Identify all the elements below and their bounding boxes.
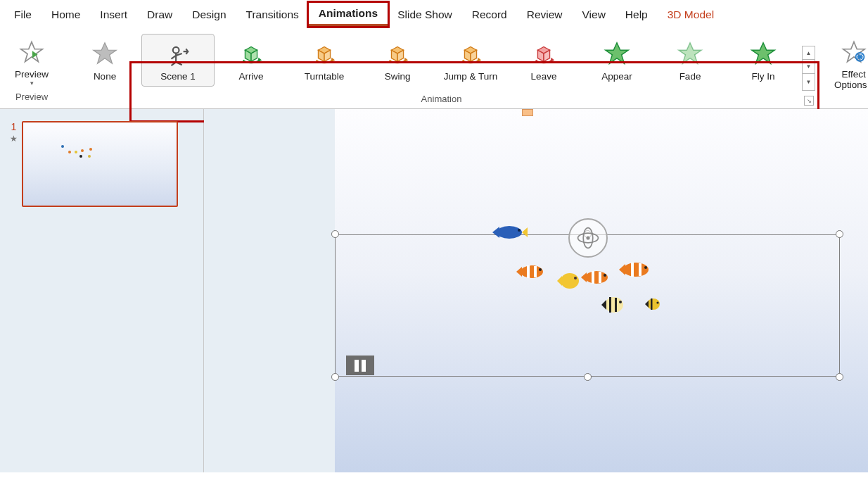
tab-file[interactable]: File	[4, 4, 42, 25]
tab-help[interactable]: Help	[615, 4, 658, 25]
slide-thumbnails-pane: 1 ★	[0, 109, 204, 472]
ruler-indent-marker[interactable]	[522, 109, 533, 116]
tab-draw[interactable]: Draw	[137, 4, 182, 25]
tab-animations[interactable]: Animations	[309, 3, 388, 26]
svg-rect-38	[534, 266, 537, 277]
svg-rect-51	[639, 263, 642, 276]
svg-point-2	[173, 47, 179, 54]
slide-canvas[interactable]	[335, 109, 868, 472]
fish-clown	[580, 268, 612, 287]
animation-turntable[interactable]: Turntable	[288, 34, 361, 87]
tab-review[interactable]: Review	[517, 4, 573, 25]
preview-button[interactable]: Preview ▾	[7, 33, 56, 89]
animation-fade[interactable]: Fade	[653, 34, 727, 87]
swing-icon	[383, 40, 411, 67]
gallery-scroll-up[interactable]: ▲	[802, 46, 815, 60]
animation-label: Turntable	[305, 71, 345, 82]
animation-appear[interactable]: Appear	[580, 34, 653, 87]
resize-handle[interactable]	[836, 230, 843, 238]
svg-marker-14	[404, 58, 409, 63]
animation-label: Jump & Turn	[444, 71, 498, 82]
animation-label: Fade	[679, 71, 701, 82]
gallery-scroll-down[interactable]: ▼	[802, 60, 815, 74]
fish-small-yellow	[644, 296, 661, 312]
tab-design[interactable]: Design	[182, 4, 236, 25]
svg-rect-56	[615, 298, 617, 312]
chevron-down-icon: ▾	[30, 81, 34, 85]
fish-clown	[515, 263, 547, 281]
svg-point-43	[585, 271, 608, 284]
preview-label: Preview	[15, 69, 49, 80]
fish-clown	[618, 260, 653, 279]
ribbon-group-preview-label: Preview	[15, 89, 48, 103]
animation-jump-turn[interactable]: Jump & Turn	[434, 34, 507, 87]
ribbon-group-animation-label: Animation	[421, 91, 462, 106]
animation-indicator-icon: ★	[10, 134, 18, 144]
resize-handle[interactable]	[836, 373, 843, 381]
svg-marker-41	[557, 276, 562, 286]
svg-marker-1	[94, 43, 116, 63]
svg-marker-25	[752, 43, 774, 63]
animation-label: Leave	[531, 71, 557, 82]
leave-icon	[530, 40, 558, 67]
svg-point-58	[647, 298, 660, 310]
svg-marker-0	[21, 42, 43, 62]
tab-record[interactable]: Record	[462, 4, 517, 25]
tab-insert[interactable]: Insert	[90, 4, 137, 25]
svg-rect-37	[527, 265, 530, 278]
svg-point-39	[539, 268, 542, 271]
effect-options-button[interactable]: Effect Options ▾	[826, 33, 868, 94]
fish-yellow	[556, 270, 582, 291]
tab-view[interactable]: View	[573, 4, 615, 25]
svg-point-31	[497, 226, 522, 239]
gallery-expand[interactable]: ▼	[802, 74, 815, 91]
svg-marker-36	[516, 267, 522, 277]
animation-swing[interactable]: Swing	[361, 34, 434, 87]
svg-point-34	[518, 229, 521, 232]
animation-none[interactable]: None	[68, 34, 141, 87]
gallery-spinner: ▲ ▼ ▼	[802, 46, 815, 91]
3d-rotate-control[interactable]	[568, 218, 608, 258]
svg-point-61	[656, 301, 658, 303]
svg-point-40	[561, 273, 579, 289]
animation-label: Scene 1	[160, 71, 196, 82]
animation-dialog-launcher[interactable]: ↘	[804, 96, 814, 106]
svg-point-57	[619, 301, 622, 303]
animation-label: Fly In	[752, 71, 775, 82]
svg-rect-50	[631, 263, 634, 277]
fish-striped	[599, 294, 626, 315]
animation-gallery[interactable]: NoneScene 1ArriveTurntableSwingJump & Tu…	[68, 33, 800, 87]
animation-fly-in[interactable]: Fly In	[727, 34, 800, 87]
effect-options-label2: Options	[834, 80, 867, 90]
svg-marker-59	[645, 301, 649, 308]
none-icon	[91, 40, 119, 67]
animation-label: None	[94, 71, 116, 82]
resize-handle[interactable]	[584, 373, 592, 381]
animation-label: Appear	[601, 71, 632, 82]
svg-marker-18	[478, 58, 482, 63]
svg-point-53	[605, 297, 623, 313]
resize-handle[interactable]	[331, 373, 339, 381]
svg-marker-10	[331, 58, 336, 63]
slide-1-thumbnail[interactable]	[22, 121, 178, 207]
tab-home[interactable]: Home	[42, 4, 90, 25]
fly-in-icon	[749, 40, 777, 67]
workspace: 1 ★	[0, 108, 868, 472]
animation-label: Arrive	[238, 71, 263, 82]
svg-point-48	[623, 263, 649, 277]
tab-transitions[interactable]: Transitions	[236, 4, 309, 25]
tab-slideshow[interactable]: Slide Show	[388, 4, 462, 25]
effect-options-icon	[838, 38, 868, 66]
resize-handle[interactable]	[331, 230, 339, 238]
animation-leave[interactable]: Leave	[507, 34, 580, 87]
animation-arrive[interactable]: Arrive	[215, 34, 288, 87]
pause-indicator[interactable]	[346, 356, 374, 375]
tab-3d-model[interactable]: 3D Model	[658, 4, 724, 25]
slide-number: 1	[11, 121, 17, 132]
svg-marker-23	[606, 43, 628, 63]
ribbon-tabs: File Home Insert Draw Design Transitions…	[0, 0, 868, 30]
svg-rect-45	[592, 271, 594, 284]
animation-scene1[interactable]: Scene 1	[141, 34, 215, 87]
fade-icon	[676, 40, 704, 67]
svg-marker-6	[258, 58, 262, 63]
